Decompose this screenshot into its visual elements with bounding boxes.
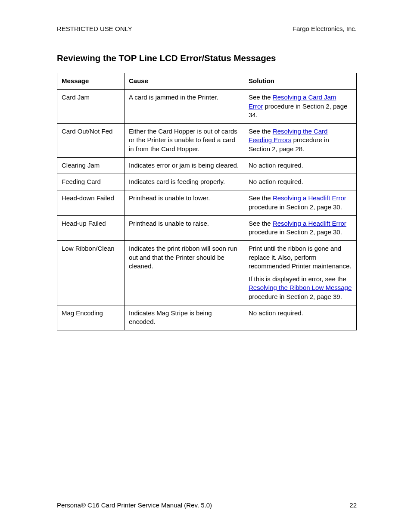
col-header-cause: Cause [125, 73, 244, 90]
cell-cause: A card is jammed in the Printer. [125, 90, 244, 124]
cell-message: Clearing Jam [57, 157, 125, 174]
cell-message: Feeding Card [57, 174, 125, 190]
col-header-message: Message [57, 73, 125, 90]
cell-cause: Either the Card Hopper is out of cards o… [125, 124, 244, 158]
cell-solution: No action required. [244, 174, 357, 190]
link-resolving-headlift[interactable]: Resolving a Headlift Error [273, 194, 346, 202]
link-resolving-headlift[interactable]: Resolving a Headlift Error [273, 220, 346, 227]
section-title: Reviewing the TOP Line LCD Error/Status … [57, 53, 357, 63]
cell-cause: Indicates the print ribbon will soon run… [125, 241, 244, 305]
cell-solution: No action required. [244, 305, 357, 330]
table-row: Head-down Failed Printhead is unable to … [57, 190, 357, 216]
table-row: Card Out/Not Fed Either the Card Hopper … [57, 124, 357, 158]
cell-solution: Print until the ribbon is gone and repla… [244, 241, 357, 305]
cell-cause: Printhead is unable to lower. [125, 190, 244, 216]
table-row: Feeding Card Indicates card is feeding p… [57, 174, 357, 190]
table-row: Mag Encoding Indicates Mag Stripe is bei… [57, 305, 357, 330]
cell-cause: Indicates card is feeding properly. [125, 174, 244, 190]
cell-solution: See the Resolving a Card Jam Error proce… [244, 90, 357, 124]
header-left: RESTRICTED USE ONLY [57, 25, 132, 32]
cell-message: Mag Encoding [57, 305, 125, 330]
table-row: Head-up Failed Printhead is unable to ra… [57, 215, 357, 241]
table-row: Clearing Jam Indicates error or jam is b… [57, 157, 357, 174]
cell-solution: See the Resolving a Headlift Error proce… [244, 215, 357, 241]
cell-cause: Indicates Mag Stripe is being encoded. [125, 305, 244, 330]
header-right: Fargo Electronics, Inc. [293, 25, 357, 32]
table-row: Card Jam A card is jammed in the Printer… [57, 90, 357, 124]
link-resolving-ribbon-low[interactable]: Resolving the Ribbon Low Message [249, 284, 352, 291]
footer-page-number: 22 [349, 501, 357, 509]
cell-solution: See the Resolving the Card Feeding Error… [244, 124, 357, 158]
cell-message: Head-up Failed [57, 215, 125, 241]
error-messages-table: Message Cause Solution Card Jam A card i… [57, 73, 357, 330]
page-footer: Persona® C16 Card Printer Service Manual… [57, 501, 357, 509]
table-row: Low Ribbon/Clean Indicates the print rib… [57, 241, 357, 305]
cell-message: Head-down Failed [57, 190, 125, 216]
cell-solution: No action required. [244, 157, 357, 174]
col-header-solution: Solution [244, 73, 357, 90]
table-header-row: Message Cause Solution [57, 73, 357, 90]
cell-cause: Indicates error or jam is being cleared. [125, 157, 244, 174]
cell-message: Card Jam [57, 90, 125, 124]
footer-left: Persona® C16 Card Printer Service Manual… [57, 501, 212, 509]
cell-cause: Printhead is unable to raise. [125, 215, 244, 241]
page-header: RESTRICTED USE ONLY Fargo Electronics, I… [57, 25, 357, 32]
cell-solution: See the Resolving a Headlift Error proce… [244, 190, 357, 216]
cell-message: Card Out/Not Fed [57, 124, 125, 158]
cell-message: Low Ribbon/Clean [57, 241, 125, 305]
